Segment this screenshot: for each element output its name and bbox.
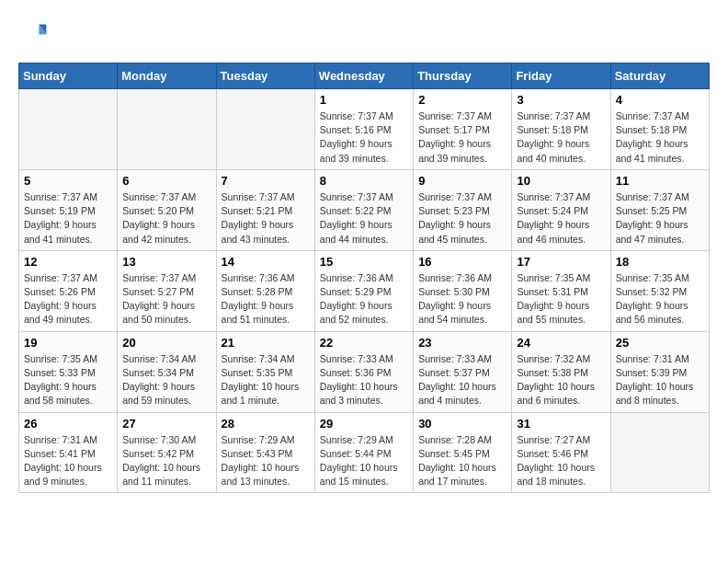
calendar-cell: 14Sunrise: 7:36 AMSunset: 5:28 PMDayligh… [216, 250, 314, 331]
calendar-cell: 5Sunrise: 7:37 AMSunset: 5:19 PMDaylight… [19, 169, 118, 250]
calendar-cell: 17Sunrise: 7:35 AMSunset: 5:31 PMDayligh… [512, 250, 610, 331]
day-number: 1 [320, 93, 408, 107]
day-number: 25 [616, 336, 704, 350]
day-info: Sunrise: 7:37 AMSunset: 5:18 PMDaylight:… [616, 109, 704, 166]
calendar-cell: 7Sunrise: 7:37 AMSunset: 5:21 PMDaylight… [216, 169, 314, 250]
calendar-cell: 1Sunrise: 7:37 AMSunset: 5:16 PMDaylight… [314, 89, 413, 170]
calendar-cell: 10Sunrise: 7:37 AMSunset: 5:24 PMDayligh… [512, 169, 610, 250]
page-header [18, 18, 710, 48]
calendar-cell: 22Sunrise: 7:33 AMSunset: 5:36 PMDayligh… [314, 331, 413, 412]
weekday-header: Friday [512, 63, 610, 89]
day-info: Sunrise: 7:37 AMSunset: 5:26 PMDaylight:… [24, 271, 112, 327]
logo [18, 18, 51, 48]
calendar-cell: 16Sunrise: 7:36 AMSunset: 5:30 PMDayligh… [414, 250, 512, 331]
day-number: 2 [418, 93, 506, 107]
calendar-cell: 24Sunrise: 7:32 AMSunset: 5:38 PMDayligh… [512, 331, 610, 412]
calendar-cell: 18Sunrise: 7:35 AMSunset: 5:32 PMDayligh… [610, 250, 709, 331]
day-number: 4 [616, 93, 704, 107]
calendar-cell: 15Sunrise: 7:36 AMSunset: 5:29 PMDayligh… [314, 250, 413, 331]
day-info: Sunrise: 7:35 AMSunset: 5:33 PMDaylight:… [24, 352, 112, 408]
day-info: Sunrise: 7:37 AMSunset: 5:24 PMDaylight:… [517, 190, 605, 247]
calendar-table: SundayMondayTuesdayWednesdayThursdayFrid… [18, 63, 710, 493]
day-info: Sunrise: 7:37 AMSunset: 5:18 PMDaylight:… [517, 109, 605, 166]
day-number: 16 [418, 255, 506, 269]
day-number: 23 [418, 336, 506, 350]
day-number: 3 [517, 93, 605, 107]
day-number: 30 [418, 417, 506, 431]
calendar-cell: 29Sunrise: 7:29 AMSunset: 5:44 PMDayligh… [314, 412, 413, 493]
weekday-header: Saturday [610, 63, 709, 89]
calendar-cell: 11Sunrise: 7:37 AMSunset: 5:25 PMDayligh… [610, 169, 709, 250]
calendar-week-row: 26Sunrise: 7:31 AMSunset: 5:41 PMDayligh… [19, 412, 710, 493]
calendar-cell: 9Sunrise: 7:37 AMSunset: 5:23 PMDaylight… [414, 169, 512, 250]
day-info: Sunrise: 7:32 AMSunset: 5:38 PMDaylight:… [517, 352, 605, 408]
calendar-cell: 3Sunrise: 7:37 AMSunset: 5:18 PMDaylight… [512, 89, 610, 170]
day-info: Sunrise: 7:35 AMSunset: 5:32 PMDaylight:… [616, 271, 704, 327]
calendar-cell: 19Sunrise: 7:35 AMSunset: 5:33 PMDayligh… [19, 331, 118, 412]
day-number: 5 [24, 174, 112, 188]
day-info: Sunrise: 7:37 AMSunset: 5:20 PMDaylight:… [122, 190, 210, 247]
calendar-week-row: 19Sunrise: 7:35 AMSunset: 5:33 PMDayligh… [19, 331, 710, 412]
day-info: Sunrise: 7:37 AMSunset: 5:27 PMDaylight:… [122, 271, 210, 327]
day-info: Sunrise: 7:37 AMSunset: 5:17 PMDaylight:… [418, 109, 506, 166]
weekday-header: Monday [118, 63, 216, 89]
day-number: 17 [517, 255, 605, 269]
calendar-cell: 21Sunrise: 7:34 AMSunset: 5:35 PMDayligh… [216, 331, 314, 412]
day-info: Sunrise: 7:37 AMSunset: 5:21 PMDaylight:… [222, 190, 310, 247]
day-info: Sunrise: 7:33 AMSunset: 5:36 PMDaylight:… [320, 352, 408, 408]
calendar-week-row: 5Sunrise: 7:37 AMSunset: 5:19 PMDaylight… [19, 169, 710, 250]
calendar-cell [19, 89, 118, 170]
day-number: 13 [122, 255, 210, 269]
day-info: Sunrise: 7:30 AMSunset: 5:42 PMDaylight:… [122, 433, 210, 489]
weekday-header: Tuesday [216, 63, 314, 89]
calendar-cell [216, 89, 314, 170]
day-info: Sunrise: 7:36 AMSunset: 5:29 PMDaylight:… [320, 271, 408, 327]
calendar-cell: 2Sunrise: 7:37 AMSunset: 5:17 PMDaylight… [414, 89, 512, 170]
calendar-cell: 23Sunrise: 7:33 AMSunset: 5:37 PMDayligh… [414, 331, 512, 412]
calendar-cell: 28Sunrise: 7:29 AMSunset: 5:43 PMDayligh… [216, 412, 314, 493]
calendar-cell [118, 89, 216, 170]
day-info: Sunrise: 7:29 AMSunset: 5:44 PMDaylight:… [320, 433, 408, 489]
weekday-header: Wednesday [314, 63, 413, 89]
day-info: Sunrise: 7:27 AMSunset: 5:46 PMDaylight:… [517, 433, 605, 489]
calendar-week-row: 1Sunrise: 7:37 AMSunset: 5:16 PMDaylight… [19, 89, 710, 170]
day-info: Sunrise: 7:35 AMSunset: 5:31 PMDaylight:… [517, 271, 605, 327]
calendar-cell: 12Sunrise: 7:37 AMSunset: 5:26 PMDayligh… [19, 250, 118, 331]
day-number: 9 [418, 174, 506, 188]
calendar-cell [610, 412, 709, 493]
day-info: Sunrise: 7:28 AMSunset: 5:45 PMDaylight:… [418, 433, 506, 489]
day-info: Sunrise: 7:37 AMSunset: 5:19 PMDaylight:… [24, 190, 112, 247]
calendar-cell: 30Sunrise: 7:28 AMSunset: 5:45 PMDayligh… [414, 412, 512, 493]
calendar-cell: 26Sunrise: 7:31 AMSunset: 5:41 PMDayligh… [19, 412, 118, 493]
day-number: 7 [222, 174, 310, 188]
day-info: Sunrise: 7:31 AMSunset: 5:41 PMDaylight:… [24, 433, 112, 489]
weekday-header: Thursday [414, 63, 512, 89]
day-number: 19 [24, 336, 112, 350]
calendar-cell: 27Sunrise: 7:30 AMSunset: 5:42 PMDayligh… [118, 412, 216, 493]
calendar-week-row: 12Sunrise: 7:37 AMSunset: 5:26 PMDayligh… [19, 250, 710, 331]
day-number: 29 [320, 417, 408, 431]
calendar-cell: 25Sunrise: 7:31 AMSunset: 5:39 PMDayligh… [610, 331, 709, 412]
day-number: 27 [122, 417, 210, 431]
day-info: Sunrise: 7:29 AMSunset: 5:43 PMDaylight:… [222, 433, 310, 489]
day-info: Sunrise: 7:34 AMSunset: 5:34 PMDaylight:… [122, 352, 210, 408]
day-number: 10 [517, 174, 605, 188]
day-number: 28 [222, 417, 310, 431]
day-number: 24 [517, 336, 605, 350]
day-number: 18 [616, 255, 704, 269]
day-number: 15 [320, 255, 408, 269]
day-number: 8 [320, 174, 408, 188]
calendar-cell: 6Sunrise: 7:37 AMSunset: 5:20 PMDaylight… [118, 169, 216, 250]
weekday-header: Sunday [19, 63, 118, 89]
day-number: 6 [122, 174, 210, 188]
day-info: Sunrise: 7:37 AMSunset: 5:22 PMDaylight:… [320, 190, 408, 247]
day-info: Sunrise: 7:37 AMSunset: 5:25 PMDaylight:… [616, 190, 704, 247]
weekday-header-row: SundayMondayTuesdayWednesdayThursdayFrid… [19, 63, 710, 89]
calendar-cell: 31Sunrise: 7:27 AMSunset: 5:46 PMDayligh… [512, 412, 610, 493]
day-info: Sunrise: 7:31 AMSunset: 5:39 PMDaylight:… [616, 352, 704, 408]
day-number: 20 [122, 336, 210, 350]
calendar-cell: 4Sunrise: 7:37 AMSunset: 5:18 PMDaylight… [610, 89, 709, 170]
day-info: Sunrise: 7:33 AMSunset: 5:37 PMDaylight:… [418, 352, 506, 408]
calendar-cell: 8Sunrise: 7:37 AMSunset: 5:22 PMDaylight… [314, 169, 413, 250]
day-info: Sunrise: 7:37 AMSunset: 5:16 PMDaylight:… [320, 109, 408, 166]
